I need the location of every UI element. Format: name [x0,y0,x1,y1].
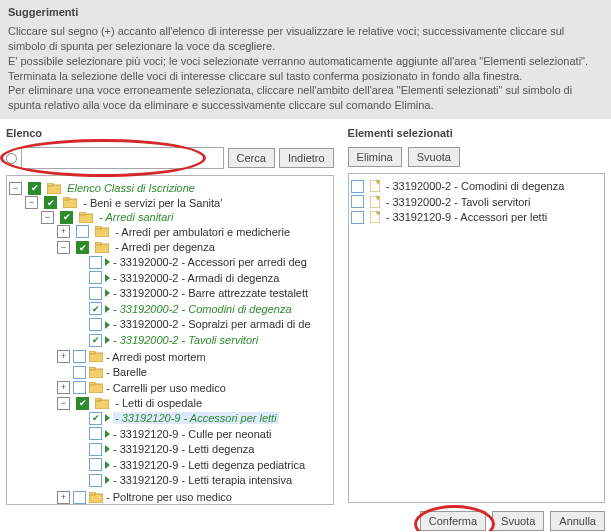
checkbox[interactable] [73,381,86,394]
checkbox[interactable] [44,196,57,209]
leaf-icon [105,336,110,344]
leaf-icon [105,476,110,484]
page-icon [370,180,380,192]
tree-label[interactable]: - Carrelli per uso medico [106,382,226,394]
search-mode-radio[interactable] [6,153,17,164]
back-button[interactable]: Indietro [279,148,334,168]
selected-label[interactable]: - 33192120-9 - Accessori per letti [386,211,547,223]
tree-label[interactable]: - Arredi per ambulatori e medicherie [115,226,290,238]
leaf-icon [105,258,110,266]
cancel-button[interactable]: Annulla [550,511,605,531]
checkbox[interactable] [89,474,102,487]
leaf-icon [105,461,110,469]
tree-label[interactable]: - Arredi per degenza [115,242,215,254]
tree-label[interactable]: - Barelle [106,366,147,378]
tree-label[interactable]: - 33192120-9 - Culle per neonati [113,428,271,440]
checkbox[interactable] [89,458,102,471]
folder-icon [89,351,103,362]
folder-icon [79,212,93,223]
selected-item: - 33192000-2 - Tavoli servitori [351,194,602,210]
svg-rect-11 [89,351,95,354]
svg-rect-17 [95,398,101,401]
expander-icon[interactable]: − [57,397,70,410]
svg-rect-3 [63,197,69,200]
tree-label[interactable]: - 33192000-2 - Barre attrezzate testalet… [113,287,308,299]
tree-label[interactable]: - 33192000-2 - Comodini di degenza [113,303,292,315]
search-button[interactable]: Cerca [228,148,275,168]
tree-label[interactable]: - 33192000-2 - Tavoli servitori [113,334,258,346]
checkbox[interactable] [351,180,364,193]
leaf-icon [105,274,110,282]
checkbox[interactable] [89,302,102,315]
page-icon [370,211,380,223]
expander-icon[interactable]: − [25,196,38,209]
tree-label[interactable]: - Beni e servizi per la Sanita' [83,197,222,209]
svg-rect-15 [89,382,95,385]
tree-panel[interactable]: − Elenco Classi di Iscrizione − - Beni e… [6,175,334,505]
checkbox[interactable] [60,211,73,224]
expander-icon[interactable]: + [57,491,70,504]
checkbox[interactable] [89,287,102,300]
selected-item: - 33192000-2 - Comodini di degenza [351,178,602,194]
checkbox[interactable] [73,366,86,379]
svg-rect-5 [79,212,85,215]
selected-label[interactable]: - 33192000-2 - Tavoli servitori [386,196,531,208]
checkbox[interactable] [89,271,102,284]
confirm-button[interactable]: Conferma [420,511,486,531]
selected-title: Elementi selezionati [348,127,605,139]
tree-label[interactable]: - 33192120-9 - Letti degenza [113,443,254,455]
checkbox[interactable] [73,491,86,504]
folder-icon [95,398,109,409]
checkbox[interactable] [76,241,89,254]
checkbox[interactable] [76,225,89,238]
selected-item: - 33192120-9 - Accessori per letti [351,209,602,225]
checkbox[interactable] [89,443,102,456]
tree-label[interactable]: - Letti di ospedale [115,397,202,409]
expander-icon[interactable]: + [57,350,70,363]
leaf-icon [105,289,110,297]
expander-icon[interactable]: + [57,381,70,394]
checkbox[interactable] [351,211,364,224]
tree-label[interactable]: - 33192000-2 - Armadi di degenza [113,272,279,284]
expander-icon[interactable]: − [57,241,70,254]
page-icon [370,196,380,208]
search-input[interactable] [21,147,224,169]
checkbox[interactable] [89,256,102,269]
tree-label[interactable]: - Arredi post mortem [106,351,206,363]
tree-label[interactable]: - 33192120-9 - Letti terapia intensiva [113,474,292,486]
checkbox[interactable] [28,182,41,195]
tree-label[interactable]: - 33192120-9 - Letti degenza pediatrica [113,459,305,471]
folder-icon [95,242,109,253]
selected-label[interactable]: - 33192000-2 - Comodini di degenza [386,180,565,192]
expander-icon[interactable]: − [9,182,22,195]
checkbox[interactable] [89,318,102,331]
tree-root-label[interactable]: Elenco Classi di Iscrizione [67,182,195,194]
selected-panel[interactable]: - 33192000-2 - Comodini di degenza - 331… [348,173,605,503]
checkbox[interactable] [89,427,102,440]
svg-rect-9 [95,242,101,245]
leaf-icon [105,321,110,329]
checkbox[interactable] [76,397,89,410]
expander-icon[interactable]: − [41,211,54,224]
leaf-icon [105,414,110,422]
leaf-icon [105,430,110,438]
checkbox[interactable] [351,195,364,208]
checkbox[interactable] [89,412,102,425]
tree-label[interactable]: - 33192000-2 - Sopralzi per armadi di de [113,319,311,331]
folder-icon [63,197,77,208]
tree-label[interactable]: - 33192000-2 - Accessori per arredi deg [113,256,307,268]
tree-label[interactable]: - Arredi sanitari [99,211,173,223]
tree-label[interactable]: - Poltrone per uso medico [106,491,232,503]
leaf-icon [105,305,110,313]
checkbox[interactable] [89,334,102,347]
empty-button[interactable]: Svuota [492,511,544,531]
tree-label[interactable]: - 33192120-9 - Accessori per letti [113,412,279,424]
svg-rect-19 [89,492,95,495]
checkbox[interactable] [73,350,86,363]
folder-icon [89,367,103,378]
delete-button[interactable]: Elimina [348,147,402,167]
hints-text: Cliccare sul segno (+) accanto all'elenc… [8,24,603,113]
empty-button-top[interactable]: Svuota [408,147,460,167]
expander-icon[interactable]: + [57,225,70,238]
leaf-icon [105,445,110,453]
